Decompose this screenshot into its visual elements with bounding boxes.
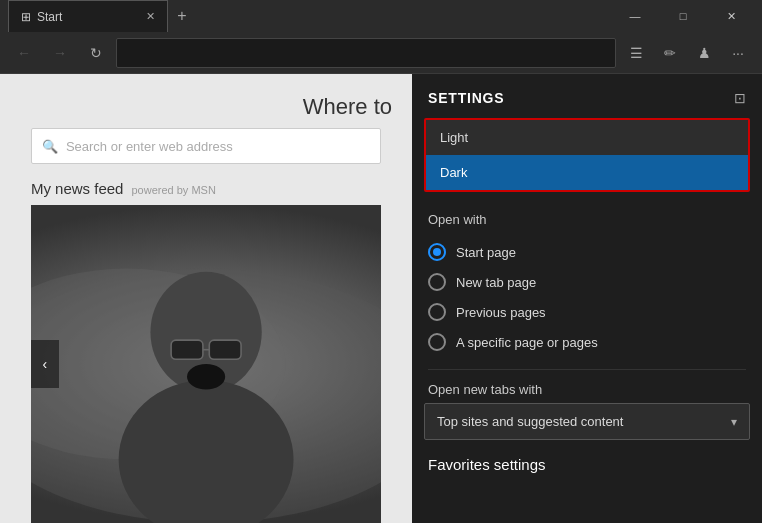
web-note-icon[interactable]: ✏ [654, 37, 686, 69]
where-to-heading: Where to [303, 94, 412, 120]
svg-rect-5 [209, 340, 241, 359]
radio-specific-page[interactable]: A specific page or pages [428, 327, 746, 357]
radio-label-new-tab: New tab page [456, 275, 536, 290]
settings-title: SETTINGS [428, 90, 504, 106]
share-icon[interactable]: ♟ [688, 37, 720, 69]
back-button[interactable]: ← [8, 37, 40, 69]
radio-circle-new-tab [428, 273, 446, 291]
maximize-button[interactable]: □ [660, 0, 706, 32]
favorites-settings-label: Favorites settings [412, 448, 762, 481]
news-feed-header: My news feed powered by MSN [31, 180, 381, 197]
browser-content: Where to 🔍 Search or enter web address M… [0, 74, 412, 523]
svg-point-8 [187, 364, 225, 389]
title-bar: ⊞ Start ✕ + — □ ✕ [0, 0, 762, 32]
pin-icon[interactable]: ⊡ [734, 90, 746, 106]
hub-icon[interactable]: ☰ [620, 37, 652, 69]
svg-rect-4 [171, 340, 203, 359]
new-tabs-dropdown[interactable]: Top sites and suggested content ▾ [424, 403, 750, 440]
content-area: Where to 🔍 Search or enter web address M… [0, 74, 762, 523]
search-bar[interactable]: 🔍 Search or enter web address [31, 128, 381, 164]
news-image: ‹ [31, 205, 381, 523]
divider [428, 369, 746, 370]
open-new-tabs-label: Open new tabs with [412, 374, 762, 403]
forward-button[interactable]: → [44, 37, 76, 69]
browser-background: Where to 🔍 Search or enter web address M… [0, 74, 412, 523]
news-image-svg [31, 205, 381, 523]
chevron-down-icon: ▾ [731, 415, 737, 429]
radio-circle-previous-pages [428, 303, 446, 321]
theme-option-light[interactable]: Light [426, 120, 748, 155]
radio-circle-start-page [428, 243, 446, 261]
news-feed-label: My news feed [31, 180, 124, 197]
tab-favicon: ⊞ [21, 10, 31, 24]
open-with-label: Open with [428, 212, 746, 227]
refresh-button[interactable]: ↻ [80, 37, 112, 69]
radio-new-tab[interactable]: New tab page [428, 267, 746, 297]
toolbar: ← → ↻ ☰ ✏ ♟ ··· [0, 32, 762, 74]
more-icon[interactable]: ··· [722, 37, 754, 69]
search-placeholder-text: Search or enter web address [66, 139, 233, 154]
radio-label-previous-pages: Previous pages [456, 305, 546, 320]
radio-circle-specific-page [428, 333, 446, 351]
search-icon: 🔍 [42, 139, 58, 154]
settings-panel: SETTINGS ⊡ Light Dark Open with Start pa… [412, 74, 762, 523]
powered-by-text: powered by MSN [131, 184, 215, 196]
radio-label-start-page: Start page [456, 245, 516, 260]
theme-option-dark[interactable]: Dark [426, 155, 748, 190]
theme-dropdown-container[interactable]: Light Dark [424, 118, 750, 192]
tab-label: Start [37, 10, 62, 24]
tab-area: ⊞ Start ✕ + [8, 0, 612, 32]
open-with-section: Open with Start page New tab page Previo… [412, 204, 762, 365]
radio-previous-pages[interactable]: Previous pages [428, 297, 746, 327]
active-tab[interactable]: ⊞ Start ✕ [8, 0, 168, 32]
toolbar-icons: ☰ ✏ ♟ ··· [620, 37, 754, 69]
address-bar[interactable] [116, 38, 616, 68]
window-controls: — □ ✕ [612, 0, 754, 32]
close-button[interactable]: ✕ [708, 0, 754, 32]
carousel-prev-button[interactable]: ‹ [31, 340, 59, 388]
minimize-button[interactable]: — [612, 0, 658, 32]
new-tabs-dropdown-value: Top sites and suggested content [437, 414, 623, 429]
news-image-area: ‹ [31, 205, 381, 523]
settings-header: SETTINGS ⊡ [412, 74, 762, 118]
radio-start-page[interactable]: Start page [428, 237, 746, 267]
radio-label-specific-page: A specific page or pages [456, 335, 598, 350]
tab-close-button[interactable]: ✕ [146, 10, 155, 23]
new-tab-button[interactable]: + [168, 2, 196, 30]
